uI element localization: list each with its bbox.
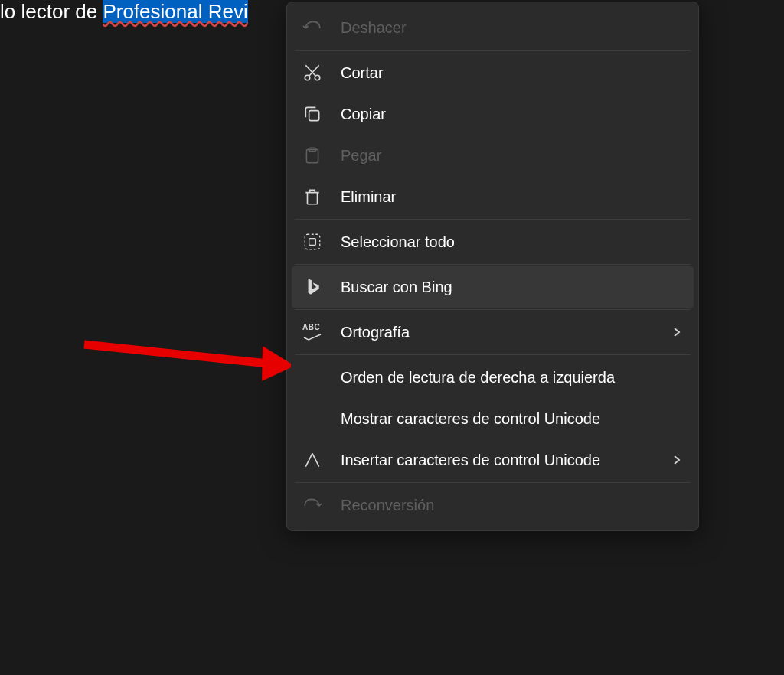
select-all-icon [302, 232, 322, 252]
menu-label: Seleccionar todo [341, 233, 683, 251]
menu-label: Buscar con Bing [341, 279, 683, 296]
arrow-annotation [77, 314, 291, 398]
paste-icon [302, 145, 322, 165]
divider [295, 482, 691, 483]
divider [295, 264, 691, 265]
menu-item-copy[interactable]: Copiar [292, 93, 694, 135]
bing-icon [302, 277, 322, 297]
svg-line-8 [84, 344, 268, 364]
menu-label: Eliminar [341, 188, 683, 206]
menu-label: Orden de lectura de derecha a izquierda [341, 369, 683, 386]
undo-icon [302, 18, 322, 38]
selected-text: Profesional Revi [103, 0, 247, 23]
editor-text[interactable]: lo lector de Profesional Revi [0, 0, 248, 24]
redo-icon [302, 495, 322, 515]
menu-item-undo: Deshacer [292, 7, 694, 48]
menu-label: Deshacer [341, 19, 683, 37]
chevron-right-icon [671, 454, 683, 466]
menu-label: Reconversión [341, 497, 683, 514]
text-before-selection: lo lector de [0, 0, 103, 23]
svg-rect-5 [305, 234, 320, 249]
insert-icon [302, 450, 322, 470]
cut-icon [302, 63, 322, 83]
menu-item-delete[interactable]: Eliminar [292, 176, 694, 217]
menu-item-insert-unicode[interactable]: Insertar caracteres de control Unicode [292, 439, 694, 481]
menu-label: Pegar [341, 147, 683, 165]
menu-item-spelling[interactable]: ABC Ortografía [292, 311, 694, 353]
menu-item-show-unicode[interactable]: Mostrar caracteres de control Unicode [292, 398, 694, 439]
copy-icon [302, 104, 322, 124]
menu-item-bing-search[interactable]: Buscar con Bing [292, 266, 694, 308]
abc-icon: ABC [302, 322, 322, 342]
svg-point-1 [315, 75, 320, 80]
divider [295, 219, 691, 220]
menu-label: Mostrar caracteres de control Unicode [341, 410, 683, 428]
divider [295, 309, 691, 310]
menu-label: Insertar caracteres de control Unicode [341, 452, 671, 469]
svg-rect-6 [309, 239, 316, 246]
divider [295, 354, 691, 355]
menu-item-rtl-reading[interactable]: Orden de lectura de derecha a izquierda [292, 357, 694, 398]
chevron-right-icon [671, 326, 683, 338]
svg-rect-2 [309, 111, 319, 121]
menu-item-select-all[interactable]: Seleccionar todo [292, 221, 694, 262]
menu-item-cut[interactable]: Cortar [292, 52, 694, 93]
menu-item-reconversion: Reconversión [292, 484, 694, 526]
menu-label: Copiar [341, 106, 683, 123]
menu-item-paste: Pegar [292, 135, 694, 176]
delete-icon [302, 187, 322, 207]
context-menu: Deshacer Cortar Copiar Pegar Eliminar Se… [286, 2, 699, 531]
menu-label: Ortografía [341, 324, 671, 341]
divider [295, 50, 691, 51]
menu-label: Cortar [341, 64, 683, 82]
svg-point-0 [305, 75, 310, 80]
